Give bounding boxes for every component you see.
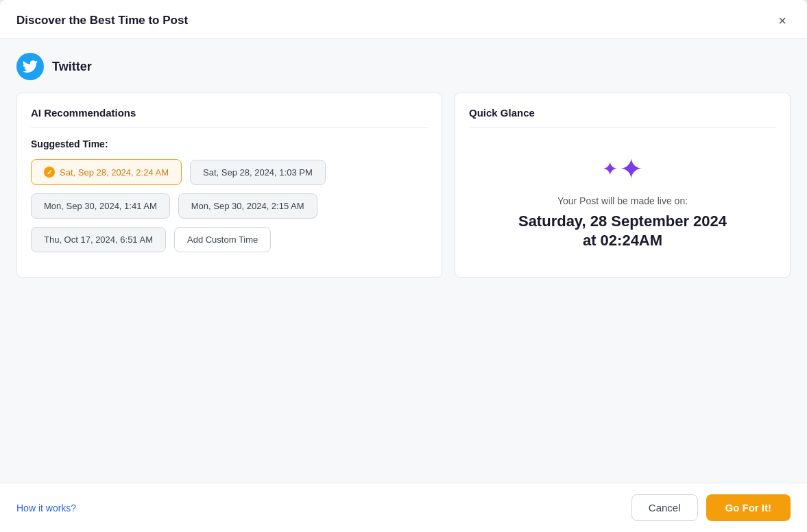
time-row-1: Sat, Sep 28, 2024, 2:24 AM Sat, Sep 28, … xyxy=(31,159,428,185)
go-for-it-button[interactable]: Go For It! xyxy=(706,494,791,521)
left-panel: AI Recommendations Suggested Time: Sat, … xyxy=(16,93,442,278)
time-row-2: Mon, Sep 30, 2024, 1:41 AM Mon, Sep 30, … xyxy=(31,193,428,219)
twitter-row: Twitter xyxy=(16,53,791,80)
modal-footer: How it works? Cancel Go For It! xyxy=(0,483,807,532)
twitter-label: Twitter xyxy=(52,60,92,74)
live-date: Saturday, 28 September 2024 xyxy=(518,212,727,232)
modal-header: Discover the Best Time to Post × xyxy=(0,0,807,39)
time-option-2[interactable]: Sat, Sep 28, 2024, 1:03 PM xyxy=(190,160,326,185)
footer-buttons: Cancel Go For It! xyxy=(631,494,791,521)
sparkles-decoration: ✦ ✦ xyxy=(602,152,643,186)
right-panel: Quick Glance ✦ ✦ Your Post will be made … xyxy=(455,93,791,278)
add-custom-time-button[interactable]: Add Custom Time xyxy=(174,227,271,252)
twitter-icon xyxy=(16,53,44,80)
time-row-3: Thu, Oct 17, 2024, 6:51 AM Add Custom Ti… xyxy=(31,227,428,252)
time-option-5[interactable]: Thu, Oct 17, 2024, 6:51 AM xyxy=(31,227,166,252)
live-label: Your Post will be made live on: xyxy=(557,195,688,206)
quick-glance-title: Quick Glance xyxy=(469,107,776,128)
modal: Discover the Best Time to Post × Twitter… xyxy=(0,0,807,532)
content-row: AI Recommendations Suggested Time: Sat, … xyxy=(16,93,791,278)
modal-body: Twitter AI Recommendations Suggested Tim… xyxy=(0,39,807,483)
twitter-bird-icon xyxy=(23,59,38,74)
time-option-3[interactable]: Mon, Sep 30, 2024, 1:41 AM xyxy=(31,193,170,219)
modal-title: Discover the Best Time to Post xyxy=(16,14,188,27)
how-it-works-link[interactable]: How it works? xyxy=(16,503,76,513)
time-option-1[interactable]: Sat, Sep 28, 2024, 2:24 AM xyxy=(31,159,182,185)
check-icon xyxy=(44,167,55,178)
ai-recommendations-title: AI Recommendations xyxy=(31,107,428,128)
sparkle-area: ✦ ✦ Your Post will be made live on: Satu… xyxy=(511,138,734,263)
live-time: at 02:24AM xyxy=(583,232,662,250)
close-button[interactable]: × xyxy=(774,12,791,29)
time-option-4[interactable]: Mon, Sep 30, 2024, 2:15 AM xyxy=(178,193,317,219)
cancel-button[interactable]: Cancel xyxy=(631,494,698,521)
suggested-time-label: Suggested Time: xyxy=(31,138,428,149)
time-grid: Sat, Sep 28, 2024, 2:24 AM Sat, Sep 28, … xyxy=(31,159,428,252)
